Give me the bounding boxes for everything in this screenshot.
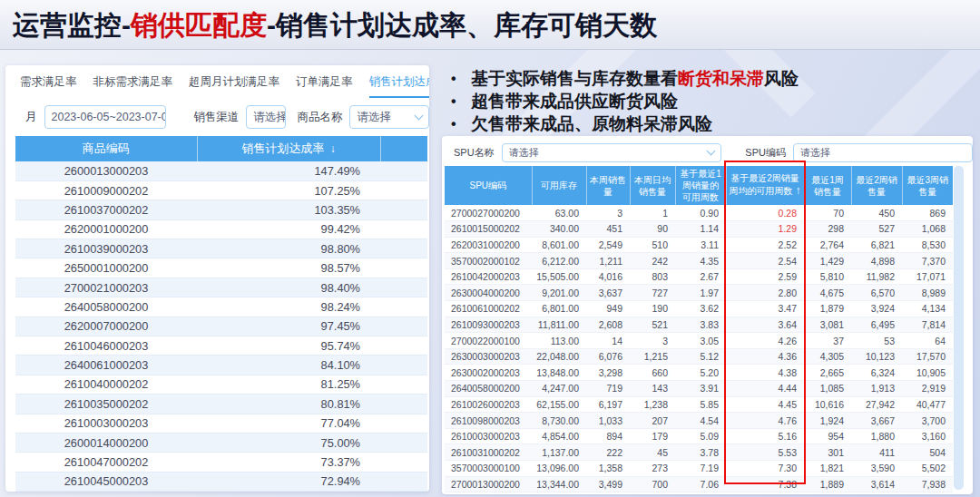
title-prefix: 运营监控- bbox=[13, 10, 131, 40]
right-table-scrollbar[interactable] bbox=[954, 166, 964, 490]
value-cell: 301 bbox=[804, 444, 851, 461]
tab-item[interactable]: 需求满足率 bbox=[20, 74, 77, 98]
tab-item[interactable]: 销售计划达成率 bbox=[369, 74, 430, 98]
value-cell: 7,370 bbox=[902, 253, 953, 269]
value-cell: 222 bbox=[586, 444, 630, 461]
value-cell: 13,096.00 bbox=[532, 461, 586, 477]
product-code-cell: 2700021000203 bbox=[15, 278, 197, 297]
value-cell: 1,085 bbox=[804, 381, 851, 397]
sort-asc-icon[interactable]: ↑ bbox=[796, 184, 801, 197]
value-cell: 4.44 bbox=[726, 381, 804, 397]
table-row: 263000300020322,048.006,0761,2155.124.36… bbox=[445, 348, 953, 365]
value-cell: 1,033 bbox=[586, 413, 630, 429]
value-cell: 527 bbox=[851, 221, 902, 238]
product-name-filter-label: 商品名称 bbox=[297, 110, 342, 125]
table-row: 2610037000202103.35% bbox=[15, 200, 427, 219]
achievement-rate-cell: 84.10% bbox=[197, 356, 380, 375]
value-cell: 5,502 bbox=[902, 461, 953, 477]
table-row: 262000100020099.42% bbox=[15, 219, 427, 239]
spu-name-select[interactable]: 请选择 bbox=[502, 143, 722, 162]
spu-code-cell: 2620031000200 bbox=[445, 237, 532, 253]
achievement-rate-cell: 98.57% bbox=[197, 258, 380, 278]
tab-item[interactable]: 超周月计划满足率 bbox=[189, 74, 279, 98]
value-cell: 2.80 bbox=[726, 285, 804, 301]
tab-item[interactable]: 非标需求满足率 bbox=[93, 74, 173, 98]
value-cell: 3.11 bbox=[675, 237, 726, 253]
table-row: 2600013000203147.49% bbox=[15, 161, 427, 180]
product-code-cell: 2610035000202 bbox=[15, 395, 197, 414]
table-row: 270002100020398.40% bbox=[15, 278, 427, 297]
table-header-row: 商品编码销售计划达成率 ↓ bbox=[15, 136, 427, 161]
tab-item[interactable]: 订单满足率 bbox=[296, 74, 353, 98]
value-cell: 8,601.00 bbox=[532, 237, 586, 253]
value-cell: 13,848.00 bbox=[532, 365, 586, 381]
product-name-value: 请选择 bbox=[357, 110, 391, 125]
value-cell: 40,477 bbox=[902, 396, 953, 413]
product-name-select[interactable]: 请选择 bbox=[349, 105, 429, 129]
table-row: 270001300020013,344.003,4997007.067.381,… bbox=[445, 476, 953, 492]
month-range-value: 2023-06-05~2023-07-02 bbox=[52, 111, 167, 123]
channel-select[interactable]: 请选择 bbox=[246, 105, 286, 129]
value-cell: 4,854.00 bbox=[532, 428, 586, 444]
value-cell: 727 bbox=[630, 285, 675, 301]
value-cell: 45 bbox=[630, 444, 675, 461]
bullet-icon: • bbox=[451, 67, 471, 90]
value-cell: 273 bbox=[630, 461, 675, 477]
risk-bullet-list: •基于实际销售与库存数量看断货和呆滞风险•超售带来成品供应断货风险•欠售带来成品… bbox=[451, 67, 975, 135]
month-filter-label: 月 bbox=[25, 110, 37, 125]
title-highlight: 销供匹配度 bbox=[131, 10, 267, 40]
value-cell: 143 bbox=[630, 381, 675, 397]
table-row: 261004000020281.25% bbox=[15, 375, 427, 394]
table-row: 261004600020395.74% bbox=[15, 336, 427, 356]
value-cell: 3.91 bbox=[675, 381, 726, 397]
spu-code-cell: 2610061000202 bbox=[445, 301, 532, 317]
spacer-cell bbox=[380, 258, 427, 278]
value-cell: 5.09 bbox=[675, 428, 726, 444]
bullet-text-plain: 超售带来成品供应断货风险 bbox=[471, 92, 678, 111]
achievement-rate-cell: 98.80% bbox=[197, 239, 380, 258]
product-code-cell: 2640058000200 bbox=[15, 297, 197, 317]
value-cell: 90 bbox=[630, 221, 675, 238]
column-header: 本周日均销售量 bbox=[630, 166, 675, 205]
value-cell: 949 bbox=[586, 301, 630, 317]
column-header: 可用库存 bbox=[532, 166, 586, 205]
value-cell: 3.05 bbox=[675, 333, 726, 349]
bullet-icon: • bbox=[451, 112, 471, 135]
sort-desc-icon[interactable]: ↓ bbox=[327, 142, 335, 155]
month-range-select[interactable]: 2023-06-05~2023-07-02 bbox=[44, 105, 167, 129]
value-cell: 3.83 bbox=[675, 317, 726, 333]
table-row: 26400580002004,247.007191433.914.441,085… bbox=[445, 381, 953, 397]
value-cell: 4.38 bbox=[726, 365, 804, 381]
value-cell: 521 bbox=[630, 317, 675, 333]
value-cell: 1,924 bbox=[804, 413, 851, 429]
value-cell: 504 bbox=[902, 444, 953, 461]
spu-code-select[interactable]: 请选择 bbox=[793, 143, 973, 162]
product-code-cell: 2610047000202 bbox=[15, 453, 197, 472]
value-cell: 3,499 bbox=[586, 476, 630, 492]
column-header: 最近3周销售量 bbox=[902, 166, 953, 205]
achievement-rate-cell: 73.37% bbox=[197, 453, 380, 472]
channel-value: 请选择 bbox=[253, 110, 286, 125]
spu-code-cell: 3570002000102 bbox=[445, 253, 532, 269]
value-cell: 2,608 bbox=[586, 317, 630, 333]
bullet-item: •基于实际销售与库存数量看断货和呆滞风险 bbox=[451, 67, 975, 90]
spu-code-cell: 2610042000203 bbox=[445, 268, 532, 285]
value-cell: 2.67 bbox=[675, 268, 726, 285]
value-cell: 14 bbox=[586, 333, 630, 349]
table-row: 357000300010013,096.001,3582737.197.301,… bbox=[445, 461, 953, 477]
value-cell: 2,665 bbox=[804, 365, 851, 381]
bullet-item: •超售带来成品供应断货风险 bbox=[451, 90, 975, 112]
value-cell: 3,298 bbox=[586, 365, 630, 381]
value-cell: 510 bbox=[630, 237, 675, 253]
value-cell: 1,068 bbox=[902, 221, 953, 238]
table-row: 264005800020098.24% bbox=[15, 297, 427, 317]
value-cell: 10,905 bbox=[902, 365, 953, 381]
value-cell: 207 bbox=[630, 413, 675, 429]
value-cell: 4.45 bbox=[726, 396, 804, 413]
spu-code-cell: 2610031000202 bbox=[445, 444, 532, 461]
bullet-text-plain: 欠售带来成品、原物料呆滞风险 bbox=[471, 114, 712, 133]
value-cell: 3,667 bbox=[851, 413, 902, 429]
value-cell: 10,616 bbox=[804, 396, 851, 413]
value-cell: 4.76 bbox=[726, 413, 804, 429]
title-suffix: -销售计划达成率、库存可销天数 bbox=[267, 10, 657, 40]
